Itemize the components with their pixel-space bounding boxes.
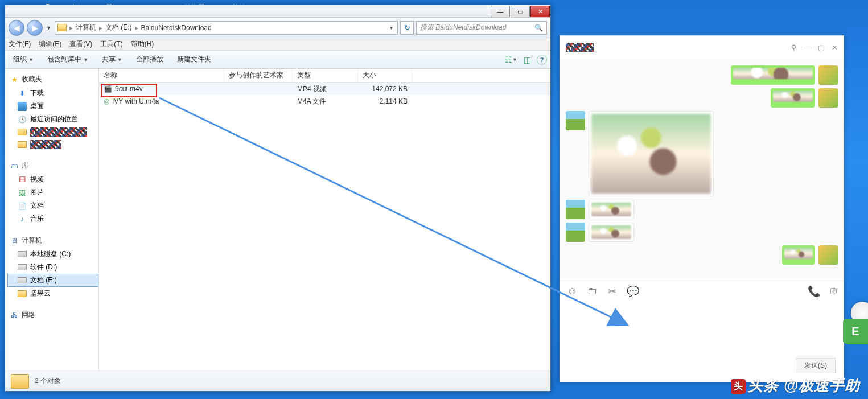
chat-toolbar: ☺ 🗀 ✂ 💬 📞 ⎚ — [560, 281, 844, 301]
forward-button[interactable]: ▶ — [27, 20, 43, 36]
sidebar-pictures[interactable]: 🖼图片 — [7, 186, 98, 199]
sidebar-favorites[interactable]: ★收藏夹 — [7, 72, 98, 87]
menu-edit[interactable]: 编辑(E) — [39, 39, 61, 49]
sidebar-libraries[interactable]: 🗃库 — [7, 159, 98, 173]
menu-bar: 文件(F) 编辑(E) 查看(V) 工具(T) 帮助(H) — [5, 38, 550, 51]
avatar — [566, 200, 585, 219]
folder-icon[interactable]: 🗀 — [587, 285, 598, 297]
column-header[interactable]: 名称 参与创作的艺术家 类型 大小 — [99, 69, 550, 83]
avatar — [566, 111, 585, 130]
call-icon[interactable]: 📞 — [808, 285, 820, 298]
maximize-button[interactable]: ▢ — [818, 43, 825, 52]
nav-history-drop[interactable]: ▼ — [45, 25, 52, 31]
breadcrumb-drive[interactable]: 文档 (E:) — [105, 23, 132, 32]
view-options-button[interactable]: ☷ ▼ — [505, 54, 517, 66]
chat-message-list — [560, 59, 844, 281]
explorer-window: — ▭ ✕ ◀ ▶ ▼ ▸ 计算机 ▸ 文档 (E:) ▸ BaiduNetdi… — [5, 5, 551, 392]
breadcrumb-sep: ▸ — [97, 24, 104, 32]
watermark: 头头条 @极速手助 — [731, 376, 860, 396]
folder-icon — [57, 24, 67, 31]
search-placeholder: 搜索 BaiduNetdiskDownload — [420, 23, 506, 32]
new-folder-button[interactable]: 新建文件夹 — [172, 52, 216, 67]
send-button[interactable]: 发送(S) — [796, 358, 836, 373]
file-row[interactable]: ◎IVY with U.m4a M4A 文件 2,114 KB — [99, 95, 550, 108]
address-dropdown[interactable]: ▾ — [388, 24, 395, 31]
col-artist[interactable]: 参与创作的艺术家 — [224, 69, 293, 82]
sidebar-pinned1[interactable] — [7, 126, 98, 138]
preview-pane-button[interactable]: ◫ — [521, 54, 533, 66]
organize-button[interactable]: 组织▼ — [9, 52, 38, 67]
back-button[interactable]: ◀ — [9, 20, 24, 36]
folder-icon — [11, 374, 29, 389]
chat-message — [566, 111, 838, 196]
sidebar-documents[interactable]: 📄文档 — [7, 199, 98, 212]
file-name: 9cut.m4v — [115, 85, 143, 93]
file-row[interactable]: 🎬9cut.m4v MP4 视频 142,072 KB — [99, 83, 550, 95]
chat-contact-name — [566, 43, 594, 52]
breadcrumb-folder[interactable]: BaiduNetdiskDownload — [141, 24, 212, 32]
chat-message — [566, 200, 838, 219]
chat-titlebar: ⚲ — ▢ ✕ — [560, 36, 844, 59]
sidebar-drive-c[interactable]: 本地磁盘 (C:) — [7, 248, 98, 261]
sidebar-network[interactable]: 🖧网络 — [7, 308, 98, 322]
video-icon[interactable]: ⎚ — [830, 285, 837, 297]
col-type[interactable]: 类型 — [293, 69, 358, 82]
navigation-bar: ◀ ▶ ▼ ▸ 计算机 ▸ 文档 (E:) ▸ BaiduNetdiskDown… — [5, 18, 550, 38]
avatar — [818, 88, 838, 108]
sidebar-downloads[interactable]: ⬇下载 — [7, 87, 98, 100]
message-bubble[interactable] — [731, 65, 815, 85]
breadcrumb-sep: ▸ — [68, 24, 75, 32]
file-list: 名称 参与创作的艺术家 类型 大小 🎬9cut.m4v MP4 视频 142,0… — [99, 69, 550, 371]
chat-input[interactable] — [560, 301, 844, 358]
sidebar-computer[interactable]: 🖥计算机 — [7, 233, 98, 248]
share-button[interactable]: 共享▼ — [97, 52, 127, 67]
message-bubble[interactable] — [589, 200, 634, 219]
sidebar-pinned2[interactable] — [7, 138, 98, 151]
include-in-library-button[interactable]: 包含到库中▼ — [43, 52, 93, 67]
message-bubble[interactable] — [782, 245, 815, 265]
sidebar-recent[interactable]: 🕓最近访问的位置 — [7, 113, 98, 126]
close-button[interactable]: ✕ — [530, 6, 550, 17]
col-size[interactable]: 大小 — [358, 69, 412, 82]
file-type: M4A 文件 — [293, 97, 358, 106]
sidebar-drive-d[interactable]: 软件 (D:) — [7, 261, 98, 274]
breadcrumb-computer[interactable]: 计算机 — [76, 23, 96, 32]
file-size: 2,114 KB — [358, 97, 412, 105]
menu-file[interactable]: 文件(F) — [9, 39, 31, 49]
sidebar-nutcloud[interactable]: 坚果云 — [7, 287, 98, 300]
col-name[interactable]: 名称 — [99, 69, 224, 82]
chat-message — [566, 245, 838, 265]
message-bubble[interactable] — [589, 223, 634, 242]
menu-view[interactable]: 查看(V) — [69, 39, 92, 49]
chat-bubble-icon[interactable]: 💬 — [627, 285, 639, 298]
emoji-icon[interactable]: ☺ — [567, 285, 577, 297]
chat-message — [566, 65, 838, 85]
pin-button[interactable]: ⚲ — [791, 43, 797, 52]
chat-window: ⚲ — ▢ ✕ ⋯ ☺ — [560, 35, 844, 382]
scissors-icon[interactable]: ✂ — [608, 285, 616, 298]
search-icon[interactable]: 🔍 — [534, 24, 543, 32]
sidebar-videos[interactable]: 🎞视频 — [7, 173, 98, 186]
help-button[interactable]: ? — [537, 55, 547, 65]
close-button[interactable]: ✕ — [832, 43, 838, 52]
message-image[interactable] — [589, 111, 714, 196]
minimize-button[interactable]: — — [804, 43, 811, 52]
maximize-button[interactable]: ▭ — [511, 6, 530, 17]
sidebar-desktop[interactable]: 桌面 — [7, 100, 98, 113]
chat-message — [566, 223, 838, 242]
menu-tools[interactable]: 工具(T) — [100, 39, 122, 49]
sidebar-drive-e[interactable]: 文档 (E:) — [7, 274, 98, 287]
sidebar-music[interactable]: ♪音乐 — [7, 212, 98, 225]
search-input[interactable]: 搜索 BaiduNetdiskDownload 🔍 — [416, 21, 547, 35]
minimize-button[interactable]: — — [491, 6, 510, 17]
refresh-button[interactable]: ↻ — [400, 21, 414, 35]
avatar — [818, 245, 838, 265]
status-count: 2 个对象 — [35, 376, 61, 386]
play-all-button[interactable]: 全部播放 — [131, 52, 168, 67]
message-bubble[interactable] — [771, 88, 815, 108]
chat-message — [566, 88, 838, 108]
address-bar[interactable]: ▸ 计算机 ▸ 文档 (E:) ▸ BaiduNetdiskDownload ▾ — [55, 21, 398, 35]
menu-help[interactable]: 帮助(H) — [131, 39, 154, 49]
titlebar: — ▭ ✕ — [5, 5, 550, 18]
side-badge[interactable]: E — [843, 319, 868, 344]
